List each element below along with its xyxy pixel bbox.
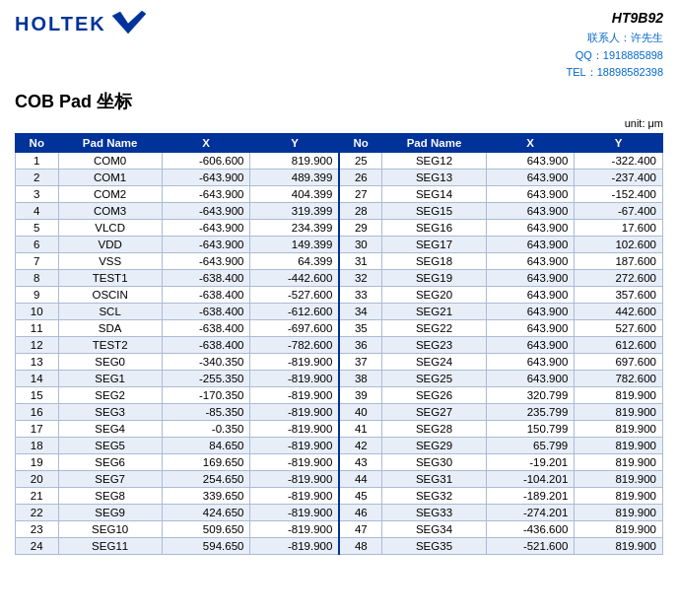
table-cell: -152.400 (575, 185, 663, 202)
table-cell: SEG25 (382, 370, 486, 386)
table-cell: 28 (339, 202, 382, 219)
table-cell: SEG1 (58, 370, 162, 386)
table-cell: -643.900 (162, 236, 250, 252)
table-cell: SEG24 (382, 353, 486, 370)
table-cell: SEG22 (382, 319, 486, 336)
table-cell: 442.600 (575, 303, 663, 319)
unit-label: unit: μm (15, 117, 663, 129)
table-cell: 42 (339, 437, 382, 453)
table-cell: -643.900 (162, 202, 250, 219)
table-cell: -527.600 (250, 286, 339, 303)
table-cell: 45 (339, 487, 382, 504)
col-y-right: Y (575, 133, 663, 152)
table-cell: SEG5 (58, 437, 162, 453)
table-cell: -274.201 (486, 504, 575, 520)
table-cell: -322.400 (575, 152, 663, 169)
table-cell: 46 (339, 504, 382, 520)
table-cell: 643.900 (486, 219, 575, 236)
table-cell: -819.900 (250, 537, 339, 554)
table-cell: -0.350 (162, 420, 250, 437)
table-cell: SEG10 (58, 520, 162, 537)
table-cell: 819.900 (575, 403, 663, 420)
table-cell: SEG27 (382, 403, 486, 420)
table-cell: 643.900 (486, 370, 575, 386)
table-cell: -442.600 (250, 269, 339, 286)
table-cell: SEG4 (58, 420, 162, 437)
table-cell: SEG29 (382, 437, 486, 453)
table-cell: 819.900 (575, 453, 663, 470)
table-row: 8TEST1-638.400-442.60032SEG19643.900272.… (16, 269, 663, 286)
table-cell: SEG19 (382, 269, 486, 286)
table-cell: 819.900 (575, 420, 663, 437)
table-cell: -638.400 (162, 286, 250, 303)
table-cell: 41 (339, 420, 382, 437)
table-cell: 48 (339, 537, 382, 554)
table-cell: COM3 (58, 202, 162, 219)
table-cell: 169.650 (162, 453, 250, 470)
table-cell: 819.900 (575, 537, 663, 554)
contact-name: 联系人：许先生 (567, 30, 663, 47)
table-cell: -189.201 (486, 487, 575, 504)
table-row: 5VLCD-643.900234.39929SEG16643.90017.600 (16, 219, 663, 236)
table-cell: 13 (16, 353, 59, 370)
table-cell: SEG21 (382, 303, 486, 319)
table-cell: SEG31 (382, 470, 486, 487)
table-cell: 40 (339, 403, 382, 420)
table-cell: SEG6 (58, 453, 162, 470)
table-cell: 819.900 (575, 470, 663, 487)
table-cell: 4 (16, 202, 59, 219)
table-row: 20SEG7254.650-819.90044SEG31-104.201819.… (16, 470, 663, 487)
table-cell: 31 (339, 252, 382, 269)
table-cell: -436.600 (486, 520, 575, 537)
table-cell: SEG32 (382, 487, 486, 504)
table-cell: 20 (16, 470, 59, 487)
table-cell: 489.399 (250, 169, 339, 185)
table-cell: 819.900 (250, 152, 339, 169)
table-cell: SEG8 (58, 487, 162, 504)
table-cell: 10 (16, 303, 59, 319)
table-cell: -819.900 (250, 403, 339, 420)
table-cell: 819.900 (575, 504, 663, 520)
contact-tel: TEL：18898582398 (567, 64, 663, 82)
col-no-right: No (339, 133, 382, 152)
col-padname-left: Pad Name (58, 133, 162, 152)
table-row: 23SEG10509.650-819.90047SEG34-436.600819… (16, 520, 663, 537)
table-row: 24SEG11594.650-819.90048SEG35-521.600819… (16, 537, 663, 554)
table-cell: 47 (339, 520, 382, 537)
table-cell: -643.900 (162, 185, 250, 202)
col-y-left: Y (250, 133, 339, 152)
col-no-left: No (16, 133, 59, 152)
table-cell: 643.900 (486, 236, 575, 252)
table-cell: 21 (16, 487, 59, 504)
table-cell: -697.600 (250, 319, 339, 336)
table-row: 3COM2-643.900404.39927SEG14643.900-152.4… (16, 185, 663, 202)
table-cell: 5 (16, 219, 59, 236)
table-cell: 19 (16, 453, 59, 470)
table-cell: SEG34 (382, 520, 486, 537)
logo-area: HOLTEK (15, 10, 146, 37)
table-cell: -170.350 (162, 386, 250, 403)
col-x-left: X (162, 133, 250, 152)
table-cell: -819.900 (250, 386, 339, 403)
table-cell: -255.350 (162, 370, 250, 386)
table-row: 7VSS-643.90064.39931SEG18643.900187.600 (16, 252, 663, 269)
table-cell: 7 (16, 252, 59, 269)
table-cell: 1 (16, 152, 59, 169)
table-cell: SEG16 (382, 219, 486, 236)
page-title: COB Pad 坐标 (15, 90, 663, 113)
table-cell: -19.201 (486, 453, 575, 470)
table-cell: SEG18 (382, 252, 486, 269)
table-cell: 18 (16, 437, 59, 453)
table-cell: SEG12 (382, 152, 486, 169)
table-cell: -819.900 (250, 470, 339, 487)
table-cell: TEST2 (58, 336, 162, 353)
table-cell: SEG11 (58, 537, 162, 554)
table-cell: 24 (16, 537, 59, 554)
table-body: 1COM0-606.600819.90025SEG12643.900-322.4… (16, 152, 663, 554)
table-row: 13SEG0-340.350-819.90037SEG24643.900697.… (16, 353, 663, 370)
table-cell: 26 (339, 169, 382, 185)
table-cell: SEG23 (382, 336, 486, 353)
table-cell: OSCIN (58, 286, 162, 303)
table-cell: 65.799 (486, 437, 575, 453)
table-cell: 357.600 (575, 286, 663, 303)
